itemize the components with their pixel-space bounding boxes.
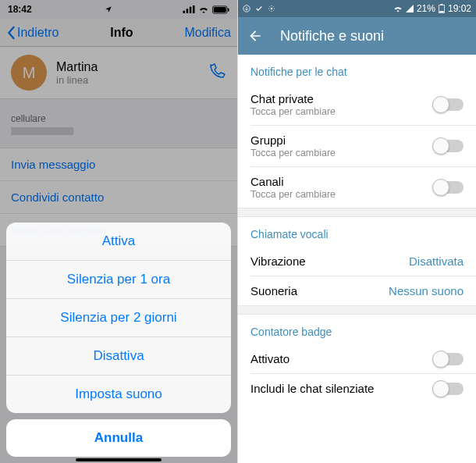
row-value: Nessun suono [389,284,464,297]
svg-rect-11 [439,11,443,12]
svg-rect-6 [228,8,229,11]
phone-number-redacted [11,127,73,135]
phone-icon [208,62,226,80]
row-label: Attivato [250,352,434,365]
actionsheet: Attiva Silenzia per 1 ora Silenzia per 2… [6,223,231,457]
row-label: Vibrazione [250,255,409,268]
navbar-title: Info [110,26,133,40]
contact-header: M Martina in linea [0,47,237,99]
actionsheet-enable[interactable]: Attiva [6,223,231,261]
section-calls: Chiamate vocali [238,217,476,247]
section-gap [238,305,476,315]
android-appbar: Notifiche e suoni [238,17,476,55]
signal-icon [183,5,195,13]
actionsheet-mute-1h[interactable]: Silenzia per 1 ora [6,261,231,299]
row-badge-enabled[interactable]: Attivato [238,344,476,373]
row-groups[interactable]: Gruppi Tocca per cambiare [238,126,476,166]
section-chat-notifications: Notifiche per le chat [238,55,476,84]
arrow-left-icon [247,28,263,44]
toggle-chat-private[interactable] [434,98,464,111]
ios-statusbar-time: 18:42 [8,4,32,15]
appbar-title: Notifiche e suoni [280,28,384,45]
share-contact-button[interactable]: Condividi contatto [0,181,237,214]
back-button[interactable] [247,28,263,44]
contact-name: Martina [56,60,208,74]
row-ringtone[interactable]: Suoneria Nessun suono [238,276,476,305]
svg-rect-3 [193,5,195,13]
battery-percent: 21% [417,3,435,14]
send-message-button[interactable]: Invia messaggio [0,148,237,181]
edit-button[interactable]: Modifica [184,26,231,40]
phone-label: cellulare [0,99,237,127]
contact-status: in linea [56,74,208,86]
back-button[interactable]: Indietro [6,26,59,40]
call-button[interactable] [208,62,226,84]
row-label: Includi le chat silenziate [250,382,434,395]
row-channels[interactable]: Canali Tocca per cambiare [238,167,476,208]
row-label: Suoneria [250,284,389,297]
chevron-left-icon [6,26,16,40]
svg-rect-2 [190,7,192,13]
row-label: Chat private [250,92,434,105]
avatar[interactable]: M [11,55,47,91]
actionsheet-cancel[interactable]: Annulla [6,419,231,457]
row-value: Disattivata [409,255,464,268]
settings-body[interactable]: Notifiche per le chat Chat private Tocca… [238,55,476,463]
battery-icon [212,5,229,14]
toggle-include-muted[interactable] [434,383,464,395]
toggle-groups[interactable] [434,140,464,152]
section-badge: Contatore badge [238,315,476,344]
wifi-icon [198,5,209,13]
svg-rect-0 [183,11,185,13]
section-gap [238,208,476,217]
svg-rect-5 [214,7,226,12]
toggle-badge-enabled[interactable] [434,353,464,365]
wifi-icon [393,5,403,12]
android-screen: 21% 19:02 Notifiche e suoni Notifiche pe… [238,0,476,463]
toggle-channels[interactable] [434,181,464,194]
ios-navbar: Indietro Info Modifica [0,19,237,47]
location-icon [105,5,112,13]
notif-sun-icon [268,5,275,12]
ios-statusbar: 18:42 [0,0,237,19]
actionsheet-set-sound[interactable]: Imposta suono [6,376,231,413]
home-indicator[interactable] [76,458,162,461]
row-subtitle: Tocca per cambiare [250,148,434,158]
row-include-muted[interactable]: Includi le chat silenziate [238,374,476,403]
row-subtitle: Tocca per cambiare [250,106,434,117]
svg-rect-10 [440,4,442,5]
row-vibration[interactable]: Vibrazione Disattivata [238,247,476,276]
notif-arrow-icon [243,5,250,12]
notif-check-icon [255,5,263,12]
signal-icon [406,5,414,12]
svg-point-8 [271,8,273,10]
row-subtitle: Tocca per cambiare [250,189,434,200]
svg-rect-1 [186,9,189,13]
ios-screen: 18:42 Indietro Info Modifica M Martina [0,0,238,463]
android-statusbar-time: 19:02 [448,3,471,14]
back-label: Indietro [17,26,59,40]
row-label: Canali [250,175,434,188]
actionsheet-disable[interactable]: Disattiva [6,337,231,376]
row-chat-private[interactable]: Chat private Tocca per cambiare [238,84,476,125]
android-statusbar: 21% 19:02 [238,0,476,17]
row-label: Gruppi [250,134,434,147]
battery-icon [439,4,445,13]
actionsheet-mute-2d[interactable]: Silenzia per 2 giorni [6,299,231,337]
